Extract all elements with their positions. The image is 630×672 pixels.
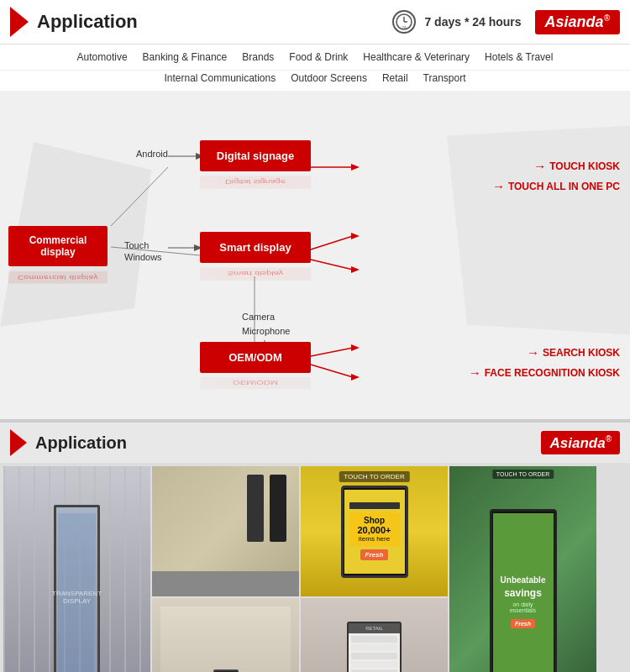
bottom-logo: Asianda® xyxy=(541,431,620,455)
fresh-badge-2: Fresh xyxy=(511,619,535,628)
photo-green-kiosk: TOUCH TO ORDER Unbeatable savings on dai… xyxy=(449,466,596,672)
logo-box: Asianda® xyxy=(535,10,620,34)
photo-grid: TRANSPARENTDISPLAY TOUCH TO ORDER xyxy=(0,463,630,672)
page-title: Application xyxy=(37,11,392,33)
search-kiosk-label: SEARCH KIOSK xyxy=(543,347,620,359)
svg-line-15 xyxy=(311,365,353,377)
header-triangle-icon xyxy=(10,7,29,37)
smart-box: Smart display Smart display xyxy=(200,232,311,284)
touch-order-badge: TOUCH TO ORDER xyxy=(492,470,554,479)
bottom-header: Application Asianda® xyxy=(0,421,630,463)
nav-bar: Automotive Banking & Finance Brands Food… xyxy=(0,45,630,71)
shop-text: Shop xyxy=(351,516,398,525)
photo-retail-kiosk: RETAIL xyxy=(301,598,448,672)
touch-to-order-badge: TOUCH TO ORDER xyxy=(339,471,409,482)
right-label-1: → TOUCH KIOSK xyxy=(533,159,620,173)
clock-area: 24 7 days * 24 hours xyxy=(392,10,521,34)
svg-marker-8 xyxy=(351,164,360,171)
nav-retail[interactable]: Retail xyxy=(375,71,415,86)
photo-yellow-kiosk: TOUCH TO ORDER Shop 20,000+ items here F… xyxy=(301,466,448,596)
digital-box: Digital signage Digital signage xyxy=(200,140,311,192)
nav-outdoor[interactable]: Outdoor Screens xyxy=(284,71,374,86)
digital-mirror: Digital signage xyxy=(200,176,311,189)
arrow-icon-2: → xyxy=(492,179,505,193)
svg-marker-12 xyxy=(351,266,360,273)
smart-label: Smart display xyxy=(200,232,311,263)
oem-mirror: OEM/ODM xyxy=(200,377,311,389)
savings-text: savings xyxy=(504,587,542,599)
photo-store-display: TRANSPARENTDISPLAY xyxy=(3,466,150,672)
nav-banking[interactable]: Banking & Finance xyxy=(136,50,234,65)
smart-mirror: Smart display xyxy=(200,267,311,281)
bottom-title: Application xyxy=(35,433,541,453)
diagram-area: Commercial display Commercial display An… xyxy=(0,92,630,419)
logo-suffix: ® xyxy=(604,13,610,23)
commercial-box: Commercial display Commercial display xyxy=(8,226,108,284)
logo-text: Asianda xyxy=(545,13,604,30)
clock-icon: 24 xyxy=(392,10,416,34)
fresh-badge: Fresh xyxy=(360,549,389,560)
unbeatable-text: Unbeatable xyxy=(501,575,546,585)
svg-marker-10 xyxy=(351,233,360,239)
right-label-4: → FACE RECOGNITION KIOSK xyxy=(469,365,620,380)
svg-marker-14 xyxy=(351,344,360,351)
shop-sub: items here xyxy=(351,535,398,543)
oem-label: OEM/ODM xyxy=(200,342,311,373)
top-section: Application 24 7 days * 24 hours Asianda… xyxy=(0,0,630,421)
shop-num: 20,000+ xyxy=(351,525,398,535)
right-label-3: → SEARCH KIOSK xyxy=(527,345,620,360)
arrow-icon-3: → xyxy=(527,345,539,360)
face-recog-label: FACE RECOGNITION KIOSK xyxy=(485,367,620,379)
nav-brands[interactable]: Brands xyxy=(235,50,281,65)
commercial-label: Commercial display xyxy=(8,226,108,266)
hours-text: 7 days * 24 hours xyxy=(424,15,521,29)
nav-internal[interactable]: Internal Communications xyxy=(157,71,282,86)
nav-healthcare[interactable]: Healthcare & Veterinary xyxy=(356,50,476,65)
header: Application 24 7 days * 24 hours Asianda… xyxy=(0,0,630,45)
svg-line-11 xyxy=(311,260,353,270)
touch-all-label: TOUCH ALL IN ONE PC xyxy=(508,181,620,192)
svg-text:24: 24 xyxy=(402,25,407,30)
photo-store-interior xyxy=(152,466,299,596)
nav-hotels[interactable]: Hotels & Travel xyxy=(478,50,559,65)
svg-marker-16 xyxy=(351,374,360,381)
nav-automotive[interactable]: Automotive xyxy=(71,50,134,65)
oem-box: OEM/ODM OEM/ODM xyxy=(200,342,311,392)
arrow-icon-1: → xyxy=(533,159,546,173)
touch-label: TouchWindows xyxy=(124,239,162,264)
nav-bar-2: Internal Communications Outdoor Screens … xyxy=(0,71,630,92)
svg-line-13 xyxy=(311,348,353,356)
nav-food[interactable]: Food & Drink xyxy=(282,50,354,65)
commercial-mirror: Commercial display xyxy=(8,271,108,284)
photo-small-kiosk: DISPLAY xyxy=(152,598,299,672)
arrow-icon-4: → xyxy=(469,365,481,380)
bottom-section: Application Asianda® TRANSPARENTDISPLAY xyxy=(0,421,630,672)
right-label-2: → TOUCH ALL IN ONE PC xyxy=(492,179,620,193)
nav-transport[interactable]: Transport xyxy=(417,71,473,86)
svg-line-9 xyxy=(311,236,353,249)
daily-text: on daily essentials xyxy=(500,601,547,613)
touch-kiosk-label: TOUCH KIOSK xyxy=(549,160,620,172)
digital-label: Digital signage xyxy=(200,140,311,171)
bottom-triangle-icon xyxy=(10,429,27,456)
